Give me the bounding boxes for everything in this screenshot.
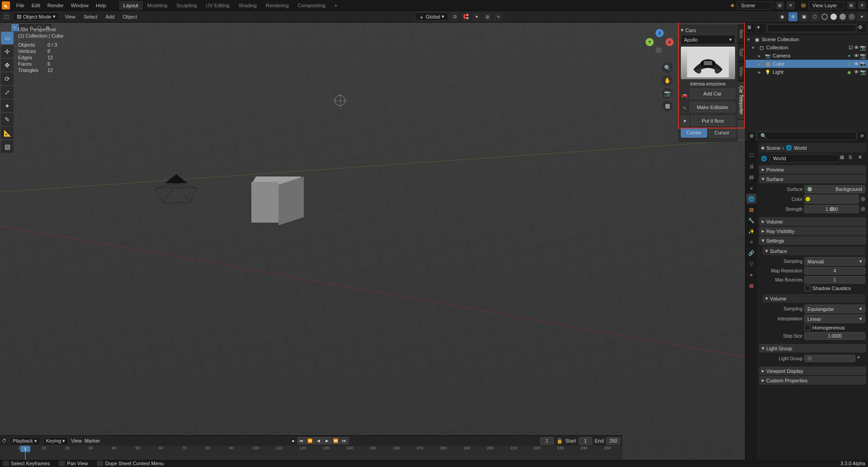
jump-end-icon[interactable]: ⏭ xyxy=(340,437,349,444)
viewport-3d[interactable]: ↖ ▭ ◠ ◯ ▤ User Perspective (1) Collectio… xyxy=(0,23,745,467)
render-icon[interactable]: 📷 xyxy=(860,53,866,59)
play-rev-icon[interactable]: ◀ xyxy=(315,437,323,444)
vh-object[interactable]: Object xyxy=(119,14,140,19)
tree-scene-collection[interactable]: ▾▣Scene Collection xyxy=(745,35,868,43)
maxbounces-field[interactable]: 1 xyxy=(804,276,865,284)
node-dot-icon[interactable] xyxy=(807,356,812,361)
nav-persp-icon[interactable]: ▦ xyxy=(662,100,673,111)
tl-marker[interactable]: Marker xyxy=(85,438,100,443)
tool-rotate[interactable]: ⟳ xyxy=(1,72,14,85)
ptab-constraints[interactable]: 🔗 xyxy=(746,248,756,258)
menu-file[interactable]: File xyxy=(13,3,28,8)
tree-collection[interactable]: ▾▢Collection ☑👁📷 xyxy=(745,43,868,52)
shading-solid-icon[interactable] xyxy=(830,14,837,20)
nav-zoom-icon[interactable]: 🔍 xyxy=(662,62,673,73)
ptab-texture[interactable]: ▦ xyxy=(746,281,756,291)
eye-icon[interactable]: 👁 xyxy=(854,53,859,59)
sec-settings-surface[interactable]: ▾Surface xyxy=(763,247,865,255)
stepsize-field[interactable]: 1.0000 xyxy=(804,332,865,340)
sec-viewport-display[interactable]: ▸Viewport Display xyxy=(759,367,866,375)
tl-keying[interactable]: Keying▾ xyxy=(43,437,69,445)
ws-compositing[interactable]: Compositing xyxy=(293,1,330,10)
vh-select[interactable]: Select xyxy=(80,14,101,19)
car-model-dropdown[interactable]: Apollo▾ xyxy=(681,35,735,44)
world-new-icon[interactable]: ⊞ xyxy=(840,154,848,162)
current-frame-field[interactable]: 1 xyxy=(540,437,554,445)
nav-pan-icon[interactable]: ✋ xyxy=(662,75,673,86)
sec-custom-props[interactable]: ▸Custom Properties xyxy=(759,376,866,385)
props-editor-icon[interactable]: ⚙ xyxy=(747,132,755,140)
sec-settings-volume[interactable]: ▾Volume xyxy=(763,294,865,303)
sec-volume[interactable]: ▸Volume xyxy=(759,217,866,226)
viewlayer-name-field[interactable]: View Layer xyxy=(808,1,844,10)
render-icon[interactable]: 📷 xyxy=(860,69,866,75)
outliner-display-icon[interactable]: ▾ xyxy=(757,24,765,33)
nav-gizmo[interactable]: Z X Y xyxy=(646,30,674,58)
outliner-filter-icon[interactable]: ⚙ xyxy=(858,24,866,33)
ntab-item[interactable]: Item xyxy=(737,24,745,43)
world-unlink-icon[interactable]: ✕ xyxy=(858,154,866,162)
ws-sculpting[interactable]: Sculpting xyxy=(172,1,201,10)
tl-playback[interactable]: Playback▾ xyxy=(9,437,40,445)
chevron-down-icon[interactable]: ▾ xyxy=(681,27,684,33)
world-copy-icon[interactable]: ⎘ xyxy=(849,154,857,162)
render-icon[interactable]: 📷 xyxy=(860,45,866,51)
tool-cursor[interactable]: ✛ xyxy=(1,45,14,58)
snap-pivot-icon[interactable]: ⊙ xyxy=(450,12,459,21)
ptab-render[interactable]: 🖵 xyxy=(746,150,756,160)
editor-type-icon[interactable]: ⬚ xyxy=(2,12,11,21)
gizmo-neg-z-icon[interactable] xyxy=(656,47,662,53)
make-editable-button[interactable]: Make Editable xyxy=(690,102,735,112)
vh-view[interactable]: View xyxy=(61,14,79,19)
sec-settings[interactable]: ▾Settings xyxy=(759,236,866,245)
prop-type-icon[interactable]: ∿ xyxy=(494,12,503,21)
tl-view[interactable]: View xyxy=(71,438,82,443)
tool-move[interactable]: ✥ xyxy=(1,59,14,71)
gizmo-z-icon[interactable]: Z xyxy=(656,29,664,37)
interp-field[interactable]: Linear▾ xyxy=(804,315,865,323)
overlays-icon[interactable]: ⊕ xyxy=(788,12,797,21)
options-link[interactable]: Options xyxy=(721,23,736,23)
homogeneous-checkbox[interactable] xyxy=(804,324,811,331)
vis-gizmo-icon[interactable]: ◉ xyxy=(778,12,787,21)
tool-annotate[interactable]: ✎ xyxy=(1,113,14,126)
shading-opts-icon[interactable]: ▾ xyxy=(857,12,866,21)
world-name-field[interactable] xyxy=(770,154,839,162)
gizmo-y-icon[interactable]: Y xyxy=(646,38,654,46)
prop-edit-icon[interactable]: ◎ xyxy=(483,12,492,21)
start-frame-field[interactable]: 1 xyxy=(579,437,592,445)
ws-add[interactable]: + xyxy=(330,1,342,10)
tree-item-camera[interactable]: ▸📷Camera ▾ 👁📷 xyxy=(745,52,868,60)
wireframe-icon[interactable]: ⬡ xyxy=(810,12,819,21)
menu-window[interactable]: Window xyxy=(67,3,92,8)
scene-del-button[interactable]: ✕ xyxy=(787,1,795,10)
outliner-editor-icon[interactable]: ≣ xyxy=(747,24,755,33)
node-dot-icon[interactable] xyxy=(807,187,812,191)
frame-lock-icon[interactable]: 🔒 xyxy=(557,438,563,444)
snap-icon[interactable]: 🧲 xyxy=(461,12,470,21)
ws-layout[interactable]: Layout xyxy=(119,1,143,10)
lightgroup-field[interactable] xyxy=(804,355,855,362)
ntab-view[interactable]: View xyxy=(737,62,745,81)
tool-transform[interactable]: ✦ xyxy=(1,100,14,112)
sec-rayvis[interactable]: ▸Ray Visibility xyxy=(759,227,866,235)
strength-field[interactable]: 1.000 xyxy=(804,205,859,213)
ptab-particles[interactable]: ✨ xyxy=(746,226,756,236)
render-icon[interactable]: 📷 xyxy=(860,61,866,67)
eye-icon[interactable]: 👁 xyxy=(854,61,859,67)
orientation-dropdown[interactable]: 🜨 Global▾ xyxy=(415,12,449,21)
put-floor-button[interactable]: Put it floor xyxy=(691,116,735,126)
shadow-caustics-checkbox[interactable] xyxy=(804,285,811,291)
props-search-input[interactable] xyxy=(769,133,853,139)
snap-to-icon[interactable]: ▾ xyxy=(472,12,481,21)
menu-help[interactable]: Help xyxy=(92,3,110,8)
tool-scale[interactable]: ⤢ xyxy=(1,86,14,99)
gizmo-x-icon[interactable]: X xyxy=(665,38,674,46)
tree-item-cube[interactable]: ▸▧Cube ▽ 👁📷 xyxy=(745,60,868,68)
ptab-viewlayer[interactable]: ▤ xyxy=(746,172,756,182)
ws-rendering[interactable]: Rendering xyxy=(261,1,293,10)
ptab-object[interactable]: ▧ xyxy=(746,205,756,214)
ptab-world[interactable]: 🌐 xyxy=(746,194,756,204)
ptab-material[interactable]: ● xyxy=(746,270,756,280)
viewlayer-del-button[interactable]: ✕ xyxy=(858,1,866,10)
